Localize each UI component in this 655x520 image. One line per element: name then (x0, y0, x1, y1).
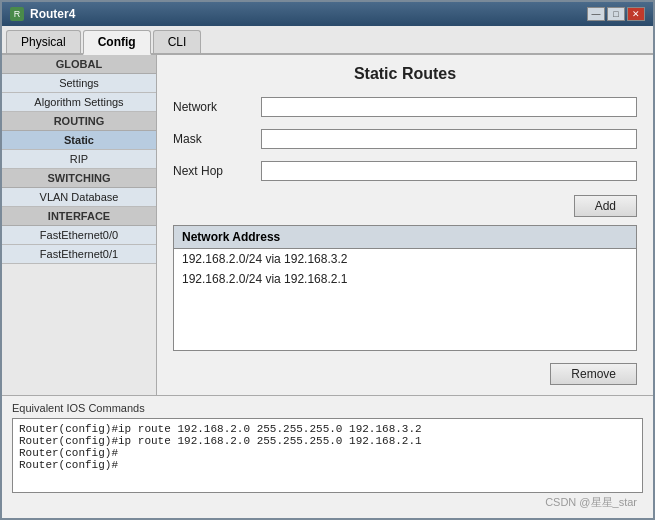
console-line: Router(config)# (19, 459, 636, 471)
table-row[interactable]: 192.168.2.0/24 via 192.168.2.1 (174, 269, 636, 289)
tabs-bar: Physical Config CLI (2, 26, 653, 55)
console-line: Router(config)#ip route 192.168.2.0 255.… (19, 423, 636, 435)
sidebar-item-rip[interactable]: RIP (2, 150, 156, 169)
tab-config[interactable]: Config (83, 30, 151, 55)
remove-button[interactable]: Remove (550, 363, 637, 385)
window-title: Router4 (30, 7, 75, 21)
main-window: R Router4 — □ ✕ Physical Config CLI GLOB… (0, 0, 655, 520)
app-icon: R (10, 7, 24, 21)
mask-input[interactable] (261, 129, 637, 149)
nexthop-label: Next Hop (173, 164, 253, 178)
sidebar-item-fastethernet00[interactable]: FastEthernet0/0 (2, 226, 156, 245)
network-input[interactable] (261, 97, 637, 117)
network-label: Network (173, 100, 253, 114)
table-row[interactable]: 192.168.2.0/24 via 192.168.3.2 (174, 249, 636, 269)
console-line: Router(config)# (19, 447, 636, 459)
tab-physical[interactable]: Physical (6, 30, 81, 53)
add-row: Add (173, 195, 637, 217)
minimize-button[interactable]: — (587, 7, 605, 21)
console-area[interactable]: Router(config)#ip route 192.168.2.0 255.… (12, 418, 643, 493)
maximize-button[interactable]: □ (607, 7, 625, 21)
title-bar-left: R Router4 (10, 7, 75, 21)
console-line: Router(config)#ip route 192.168.2.0 255.… (19, 435, 636, 447)
content-area: GLOBAL Settings Algorithm Settings ROUTI… (2, 55, 653, 395)
sidebar-section-routing: ROUTING (2, 112, 156, 131)
mask-row: Mask (173, 129, 637, 149)
title-bar: R Router4 — □ ✕ (2, 2, 653, 26)
sidebar-section-global: GLOBAL (2, 55, 156, 74)
sidebar-section-interface: INTERFACE (2, 207, 156, 226)
remove-row: Remove (173, 363, 637, 385)
sidebar-item-settings[interactable]: Settings (2, 74, 156, 93)
mask-label: Mask (173, 132, 253, 146)
sidebar-section-switching: SWITCHING (2, 169, 156, 188)
main-panel: Static Routes Network Mask Next Hop Add … (157, 55, 653, 395)
panel-title: Static Routes (173, 65, 637, 83)
nexthop-row: Next Hop (173, 161, 637, 181)
tab-cli[interactable]: CLI (153, 30, 202, 53)
sidebar-item-algorithm-settings[interactable]: Algorithm Settings (2, 93, 156, 112)
sidebar-item-fastethernet01[interactable]: FastEthernet0/1 (2, 245, 156, 264)
sidebar-item-vlan-database[interactable]: VLAN Database (2, 188, 156, 207)
watermark: CSDN @星星_star (12, 493, 643, 512)
equivalent-ios-label: Equivalent IOS Commands (12, 402, 643, 414)
window-controls: — □ ✕ (587, 7, 645, 21)
sidebar-item-static[interactable]: Static (2, 131, 156, 150)
network-row: Network (173, 97, 637, 117)
nexthop-input[interactable] (261, 161, 637, 181)
bottom-panel: Equivalent IOS Commands Router(config)#i… (2, 395, 653, 518)
add-button[interactable]: Add (574, 195, 637, 217)
network-table: Network Address 192.168.2.0/24 via 192.1… (173, 225, 637, 351)
table-header: Network Address (174, 226, 636, 249)
sidebar: GLOBAL Settings Algorithm Settings ROUTI… (2, 55, 157, 395)
close-button[interactable]: ✕ (627, 7, 645, 21)
